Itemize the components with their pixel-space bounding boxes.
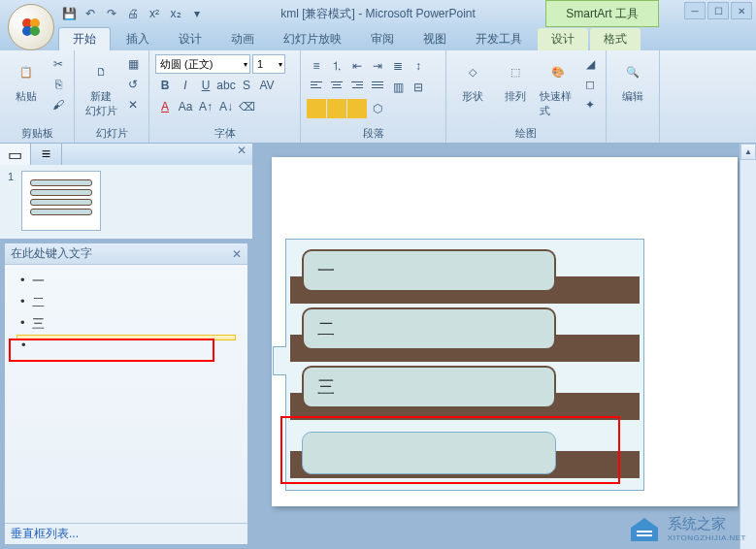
arrange-button[interactable]: ⬚ 排列 (495, 54, 536, 106)
change-case-button[interactable]: Aa (176, 97, 195, 116)
tab-insert[interactable]: 插入 (113, 28, 163, 50)
shadow-button[interactable]: S (237, 76, 256, 95)
tab-home[interactable]: 开始 (58, 27, 111, 50)
bullets-button[interactable]: ≡ (307, 56, 326, 76)
numbering-button[interactable]: ⒈ (327, 56, 346, 76)
window-title: kml [兼容模式] - Microsoft PowerPoint (280, 6, 476, 22)
align-center-button[interactable] (327, 78, 346, 97)
group-paragraph-label: 段落 (307, 124, 440, 141)
maximize-button[interactable]: ☐ (707, 2, 729, 19)
underline-button[interactable]: U (196, 76, 215, 95)
shrink-font-button[interactable]: A↓ (216, 97, 236, 116)
ribbon-tabs: 开始 插入 设计 动画 幻灯片放映 审阅 视图 开发工具 设计 格式 (0, 27, 756, 50)
thumbnail-tab-outline[interactable]: ≡ (31, 144, 62, 165)
align-right-button[interactable] (347, 78, 367, 97)
scroll-up-icon[interactable]: ▲ (740, 144, 756, 160)
group-font-label: 字体 (155, 124, 294, 141)
vertical-scrollbar[interactable]: ▲ (740, 144, 756, 549)
text-direction-button[interactable]: ↕ (409, 56, 428, 76)
tab-smartart-format[interactable]: 格式 (590, 28, 641, 50)
tab-review[interactable]: 审阅 (357, 28, 408, 50)
shapes-button[interactable]: ◇ 形状 (452, 54, 493, 106)
smartart-shape[interactable]: 一 (302, 249, 556, 292)
group-paragraph: ≡ ⒈ ⇤ ⇥ ≣ ↕ ▥ ⊟ ⬡ 段落 (301, 50, 446, 143)
qat-more-icon[interactable]: ▾ (188, 5, 206, 22)
tab-animation[interactable]: 动画 (217, 28, 268, 50)
line-spacing-button[interactable]: ≣ (388, 56, 408, 76)
new-slide-label: 新建 幻灯片 (85, 89, 117, 118)
columns-button[interactable]: ▥ (388, 78, 408, 97)
highlight-right[interactable] (347, 99, 367, 118)
shape-fill-icon[interactable]: ◢ (580, 54, 600, 74)
shapes-label: 形状 (462, 89, 483, 104)
decrease-indent-button[interactable]: ⇤ (347, 56, 367, 76)
bold-button[interactable]: B (155, 76, 175, 95)
close-button[interactable]: ✕ (731, 2, 752, 19)
tab-developer[interactable]: 开发工具 (462, 28, 536, 50)
thumbnail-tab-slides[interactable]: ▭ (0, 144, 31, 165)
office-button[interactable] (8, 4, 54, 50)
font-size-combo[interactable]: 1 (252, 54, 285, 74)
slide-thumbnail[interactable] (21, 171, 101, 231)
highlight-left[interactable] (307, 99, 326, 118)
font-family-combo[interactable]: 幼圆 (正文) (155, 54, 250, 74)
clear-format-button[interactable]: ⌫ (237, 97, 256, 116)
increase-indent-button[interactable]: ⇥ (368, 56, 387, 76)
editing-button[interactable]: 🔍 编辑 (612, 54, 653, 106)
text-item[interactable]: 一 (16, 271, 236, 292)
shape-outline-icon[interactable]: ◻ (580, 75, 600, 94)
quickstyle-button[interactable]: 🎨 快速样式 (538, 54, 578, 120)
align-left-button[interactable] (307, 78, 326, 97)
text-pane-close-icon[interactable]: ✕ (232, 247, 242, 261)
smartart-shape[interactable]: 三 (302, 366, 556, 408)
minimize-button[interactable]: ─ (684, 2, 706, 19)
tab-design[interactable]: 设计 (165, 28, 215, 50)
strike-button[interactable]: abc (216, 76, 236, 95)
paste-icon: 📋 (11, 56, 42, 87)
spacing-button[interactable]: AV (257, 76, 277, 95)
redo-icon[interactable]: ↷ (103, 5, 120, 22)
text-pane-list[interactable]: 一 二 三 (5, 265, 247, 523)
title-bar: 💾 ↶ ↷ 🖨 x² x₂ ▾ kml [兼容模式] - Microsoft P… (0, 0, 756, 27)
contextual-tab-label: SmartArt 工具 (545, 0, 659, 27)
cut-icon[interactable]: ✂ (49, 54, 68, 74)
text-pane-footer[interactable]: 垂直框列表... (5, 523, 247, 544)
shape-effects-icon[interactable]: ✦ (580, 95, 600, 114)
subscript-icon[interactable]: x₂ (167, 5, 184, 22)
tab-slideshow[interactable]: 幻灯片放映 (270, 28, 355, 50)
smartart-shape[interactable]: 二 (302, 307, 556, 350)
copy-icon[interactable]: ⎘ (49, 75, 68, 94)
paste-button[interactable]: 📋 粘贴 (6, 54, 47, 106)
reset-icon[interactable]: ↺ (123, 75, 143, 94)
smartart-frame[interactable]: 一 二 三 (285, 239, 644, 491)
annotation-highlight (9, 339, 214, 362)
font-color-button[interactable]: A (155, 97, 175, 116)
undo-icon[interactable]: ↶ (82, 5, 99, 22)
new-slide-button[interactable]: 🗋 新建 幻灯片 (81, 54, 121, 120)
justify-button[interactable] (368, 78, 387, 97)
thumbnail-close-icon[interactable]: ✕ (231, 144, 252, 165)
tab-view[interactable]: 视图 (410, 28, 460, 50)
new-slide-icon: 🗋 (85, 56, 116, 87)
group-editing: 🔍 编辑 (607, 50, 660, 143)
convert-smartart-button[interactable]: ⬡ (368, 99, 387, 118)
thumbnail-strip: 1 (0, 165, 252, 239)
text-pane-toggle[interactable] (273, 346, 286, 375)
slide-canvas[interactable]: 一 二 三 (272, 157, 738, 506)
superscript-icon[interactable]: x² (146, 5, 163, 22)
print-icon[interactable]: 🖨 (124, 5, 142, 22)
align-text-button[interactable]: ⊟ (409, 78, 428, 97)
slide-number: 1 (8, 171, 14, 182)
group-editing-label (612, 139, 653, 141)
highlight-center[interactable] (327, 99, 346, 118)
layout-icon[interactable]: ▦ (123, 54, 143, 74)
italic-button[interactable]: I (176, 76, 195, 95)
tab-smartart-design[interactable]: 设计 (538, 28, 588, 50)
save-icon[interactable]: 💾 (60, 5, 78, 22)
delete-slide-icon[interactable]: ✕ (123, 95, 143, 114)
grow-font-button[interactable]: A↑ (196, 97, 215, 116)
text-item[interactable]: 二 (16, 292, 236, 313)
text-item[interactable]: 三 (16, 313, 236, 335)
arrange-icon: ⬚ (500, 56, 531, 87)
format-painter-icon[interactable]: 🖌 (49, 95, 68, 114)
